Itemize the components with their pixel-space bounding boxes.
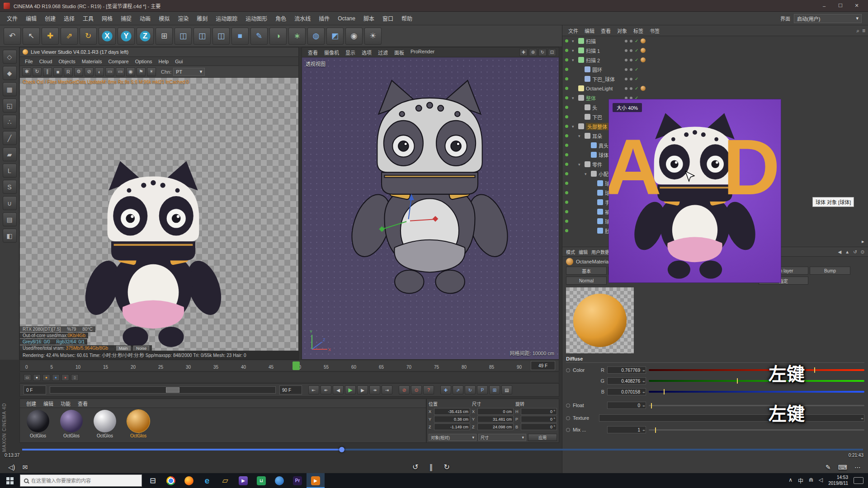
points-mode-icon[interactable]: ∴ [3, 115, 17, 129]
focus-pick-icon[interactable]: ✱ [22, 67, 31, 76]
next-frame-button[interactable]: ▶ [357, 385, 368, 394]
go-to-start-button[interactable]: ⇤ [308, 385, 319, 394]
material-tag-icon[interactable] [641, 38, 646, 43]
quantize-icon[interactable]: ◧ [3, 229, 17, 243]
mix-value-field[interactable]: 1 [607, 426, 646, 433]
layer-dot-icon[interactable] [565, 191, 568, 194]
render-settings-button[interactable]: ◫ [212, 28, 230, 45]
task-view-button[interactable]: ⊟ [144, 473, 162, 488]
object-name[interactable]: 扫描 2 [586, 56, 600, 64]
editor-visibility-dot[interactable] [625, 78, 627, 80]
layer-dot-icon[interactable] [565, 87, 568, 90]
viewport-menu-item[interactable]: 过滤 [375, 49, 391, 56]
material-tab[interactable]: Normal [566, 277, 607, 285]
y-axis-lock-icon[interactable]: Y [118, 28, 135, 45]
summary-icon[interactable]: ▭ [24, 374, 31, 381]
size-field[interactable]: 24.098 cm [477, 423, 514, 430]
mix-slider[interactable] [649, 429, 864, 431]
back-arrow-icon[interactable]: ◀ [838, 249, 842, 254]
spline-pen-icon[interactable]: ✎ [250, 28, 268, 45]
play-button[interactable]: ▶ [345, 385, 356, 394]
snap-icon[interactable]: ∪ [3, 196, 17, 210]
scale-tool-icon[interactable]: ⇗ [61, 28, 78, 45]
primitive-cube-icon[interactable]: ■ [231, 28, 249, 45]
g-slider[interactable] [649, 380, 864, 382]
layer-dot-icon[interactable] [565, 134, 568, 137]
lock-icon[interactable]: ⊙ [861, 249, 864, 254]
menu-item[interactable]: 运动图形 [241, 14, 271, 22]
ime-icon[interactable]: 中 [798, 477, 803, 484]
live-viewer-menu-item[interactable]: Cloud [36, 59, 56, 64]
layer-dot-icon[interactable] [565, 182, 568, 185]
more-button[interactable]: ⋯ [854, 464, 861, 471]
scene-light-icon[interactable]: ☀ [364, 28, 382, 45]
object-name[interactable]: 零件 [592, 161, 602, 168]
layer-dot-icon[interactable] [565, 201, 568, 204]
expand-arrow-icon[interactable]: ▾ [578, 162, 583, 167]
orange-layer-dot-icon[interactable]: ● [42, 374, 50, 381]
layer-dot-icon[interactable] [565, 125, 568, 128]
pin-material-icon[interactable]: ⚑ [137, 67, 146, 76]
float-value-field[interactable]: 0 [607, 402, 646, 409]
texture-toggle-icon[interactable] [566, 416, 570, 420]
圆环[interactable]: ▾ 圆环 ✓ [562, 65, 868, 74]
menu-item[interactable]: 选择 [60, 14, 79, 22]
next-key-button[interactable]: ↠ [369, 385, 380, 394]
expand-arrow-icon[interactable]: ▾ [585, 172, 589, 176]
toggle-view-icon[interactable]: ⊡ [548, 49, 556, 56]
video-progress-bar[interactable] [22, 449, 863, 450]
object-name[interactable]: 圆环 [592, 66, 602, 73]
start-button[interactable] [0, 473, 20, 488]
object-manager-menu-item[interactable]: 对象 [614, 27, 630, 34]
channel-toggle-icon[interactable] [566, 368, 570, 372]
explorer-app-icon[interactable]: ▱ [216, 473, 234, 488]
menu-item[interactable]: 窗口 [378, 14, 397, 22]
material-tag-icon[interactable] [641, 86, 646, 91]
x-axis-lock-icon[interactable]: X [99, 28, 116, 45]
material-tag-icon[interactable] [641, 57, 646, 62]
search-icon[interactable]: ⌕ [856, 28, 859, 34]
workplane-lock-icon[interactable]: ▤ [3, 212, 17, 226]
material-preview-ball[interactable] [127, 410, 150, 432]
layer-dot-icon[interactable] [565, 210, 568, 213]
menu-item[interactable]: 文件 [3, 14, 22, 22]
zoom-view-icon[interactable]: ⊕ [529, 49, 537, 56]
menu-item[interactable]: 模拟 [155, 14, 174, 22]
r-slider[interactable] [649, 369, 864, 371]
menu-item[interactable]: Octane [334, 15, 359, 22]
premiere-app-icon[interactable]: Pr [288, 473, 307, 488]
object-name[interactable]: 球体 [599, 151, 609, 159]
texture-field[interactable] [599, 414, 864, 422]
viewport-menu-item[interactable]: 显示 [342, 49, 359, 56]
notification-center-icon[interactable] [854, 477, 863, 484]
user-data-menu[interactable]: 用户数据 [591, 249, 609, 255]
bulb-icon[interactable]: ☀ [147, 67, 156, 76]
float-toggle-icon[interactable] [566, 404, 570, 408]
render-visibility-dot[interactable] [630, 49, 632, 52]
menu-item[interactable]: 流水线 [290, 14, 315, 22]
object-name[interactable]: 头 [592, 104, 597, 111]
viewport-canvas[interactable]: 透视视图 Y X Z 网格间距: 10000 cm [302, 57, 559, 359]
tray-expand-icon[interactable]: ∧ [788, 477, 793, 484]
enabled-check-icon[interactable]: ✓ [635, 48, 638, 53]
coordinate-mode-dropdown[interactable]: 对象(相对)▾ [429, 434, 476, 441]
frame-slider[interactable] [50, 386, 276, 394]
material-octglos-light[interactable]: OctGlos [90, 410, 119, 441]
apply-button[interactable]: 应用 [528, 434, 557, 441]
b-slider[interactable] [649, 391, 864, 393]
live-viewer-menu-item[interactable]: Gui [172, 59, 186, 64]
region-render-icon[interactable]: ◐ [95, 67, 104, 76]
position-field[interactable]: 0.38 cm [434, 416, 470, 422]
viewport-menu-item[interactable]: ProRender [407, 49, 438, 56]
render-to-picture-button[interactable]: ◫ [193, 28, 211, 45]
current-frame-marker[interactable] [292, 361, 300, 370]
layer-dot-icon[interactable] [565, 153, 568, 156]
OctaneLight[interactable]: ▾ OctaneLight ✓ [562, 84, 868, 93]
expand-arrow-icon[interactable]: ▾ [572, 96, 576, 100]
expand-arrow-icon[interactable]: ▾ [572, 58, 576, 62]
previous-frame-button[interactable]: ◀ [333, 385, 344, 394]
current-frame-field[interactable]: 49 F [531, 361, 555, 370]
object-name[interactable]: 头部整体 [586, 123, 609, 130]
autokey-help-button[interactable]: ? [423, 385, 434, 394]
material-tag-icon[interactable] [641, 48, 646, 53]
